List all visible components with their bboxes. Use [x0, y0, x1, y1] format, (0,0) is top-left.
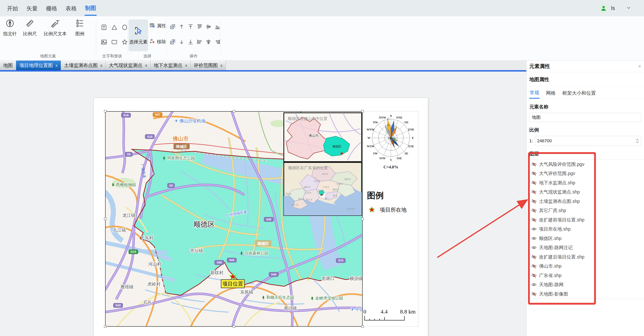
align-bottom-icon[interactable]: [214, 24, 221, 31]
map-element[interactable]: S16547S15S5S5539G15S20539543573S43 ✈ 佛山沙…: [105, 111, 362, 327]
scalebar-element[interactable]: 0 4.4 8.8 km: [362, 308, 420, 323]
triangle-icon[interactable]: [111, 24, 118, 32]
scale-spinner[interactable]: 246700: [535, 136, 641, 146]
chevron-down-icon[interactable]: [626, 5, 631, 11]
align-hcenter-icon[interactable]: [205, 39, 212, 46]
selection-handle[interactable]: [104, 110, 106, 113]
layer-row[interactable]: 其它厂房.shp: [526, 206, 644, 215]
layer-row[interactable]: 天地图-影像图: [526, 289, 644, 299]
layer-row[interactable]: 改扩建前项目位置.shp: [526, 215, 644, 225]
tab-地图[interactable]: 地图: [0, 61, 16, 70]
eye-visible-icon[interactable]: [531, 245, 537, 250]
remove-button[interactable]: 移除: [149, 38, 166, 45]
menu-item-制图[interactable]: 制图: [85, 1, 96, 16]
selection-handle[interactable]: [232, 110, 235, 113]
tab-大气现状监测点[interactable]: 大气现状监测点x: [106, 61, 150, 70]
eye-hidden-icon[interactable]: [531, 199, 537, 204]
layer-row[interactable]: 天地图-路网注记: [526, 243, 644, 252]
align-top-icon[interactable]: [196, 24, 203, 31]
star-icon[interactable]: [121, 39, 128, 47]
selection-handle[interactable]: [104, 325, 106, 328]
panel-tab-框架大小和位置[interactable]: 框架大小和位置: [562, 87, 596, 98]
eye-hidden-icon[interactable]: [531, 162, 537, 167]
fit-extent-icon[interactable]: [170, 24, 176, 31]
panel-tab-网格[interactable]: 网格: [546, 87, 556, 98]
tab-土壤监测布点图[interactable]: 土壤监测布点图x: [61, 61, 106, 70]
tab-close-icon[interactable]: x: [220, 63, 222, 68]
tab-close-icon[interactable]: x: [185, 63, 187, 68]
user-account[interactable]: ls: [599, 0, 632, 16]
tab-评价范围图[interactable]: 评价范围图x: [190, 61, 226, 70]
move-up-icon[interactable]: [178, 24, 185, 31]
tab-close-icon[interactable]: x: [100, 63, 102, 68]
svg-text:NNW: NNW: [379, 116, 386, 119]
align-right-icon[interactable]: [214, 39, 221, 46]
layer-row[interactable]: 佛山市.shp: [526, 262, 644, 271]
selection-handle[interactable]: [361, 218, 364, 220]
menu-item-栅格[interactable]: 栅格: [46, 1, 58, 15]
eye-hidden-icon[interactable]: [531, 189, 537, 195]
attributes-button[interactable]: 属性: [149, 22, 166, 29]
eye-hidden-icon[interactable]: [531, 273, 537, 278]
layer-row[interactable]: 大气评价范围.pgv: [526, 169, 644, 178]
move-top-icon[interactable]: [188, 24, 194, 31]
align-left-icon[interactable]: [196, 39, 203, 46]
eye-hidden-icon[interactable]: [531, 291, 537, 297]
close-icon[interactable]: ×: [638, 63, 641, 69]
expand-extent-icon[interactable]: [170, 39, 176, 46]
panel-tab-常规[interactable]: 常规: [529, 87, 540, 99]
tool-指北针[interactable]: 指北针: [0, 19, 20, 37]
menu-item-开始[interactable]: 开始: [6, 1, 18, 15]
rectangle-icon[interactable]: [111, 39, 118, 47]
selection-handle[interactable]: [104, 218, 106, 220]
text-icon[interactable]: [100, 24, 108, 32]
eye-hidden-icon[interactable]: [531, 217, 537, 223]
layer-row[interactable]: 天地图-路网: [526, 280, 644, 289]
legend-element[interactable]: 图例 项目所在地: [367, 190, 407, 213]
tool-比例尺文本[interactable]: 比例尺文本: [40, 19, 71, 37]
eye-visible-icon[interactable]: [531, 226, 537, 232]
layer-row[interactable]: 大气风险评价范围.pgv: [526, 160, 644, 169]
scalebar-icon: [25, 19, 34, 29]
layer-row[interactable]: 顺德区.shp: [526, 234, 644, 243]
select-element-button[interactable]: 选择元素: [129, 19, 148, 51]
eye-visible-icon[interactable]: [531, 236, 537, 241]
layer-row[interactable]: 广东省.shp: [526, 271, 644, 280]
element-name-input[interactable]: [529, 113, 642, 122]
eye-hidden-icon[interactable]: [531, 171, 537, 176]
eye-hidden-icon[interactable]: [531, 254, 537, 260]
tab-项目地理位置图[interactable]: 项目地理位置图x: [16, 61, 61, 70]
spinner-up-icon[interactable]: [636, 139, 639, 141]
layout-canvas[interactable]: S16547S15S5S5539G15S20539543573S43 ✈ 佛山沙…: [0, 72, 526, 336]
tab-地下水监测点[interactable]: 地下水监测点x: [150, 61, 190, 70]
layout-page[interactable]: S16547S15S5S5539G15S20539543573S43 ✈ 佛山沙…: [94, 98, 428, 336]
tab-close-icon[interactable]: x: [145, 63, 147, 68]
spinner-buttons[interactable]: [636, 139, 639, 143]
eye-hidden-icon[interactable]: [531, 263, 537, 269]
eye-hidden-icon[interactable]: [531, 180, 537, 186]
eye-hidden-icon[interactable]: [531, 208, 537, 213]
tab-close-icon[interactable]: x: [56, 63, 58, 68]
layer-row[interactable]: 土壤监测布点图.shp: [526, 197, 644, 206]
menu-item-矢量[interactable]: 矢量: [26, 1, 38, 15]
layer-row[interactable]: 改扩建后项目位置.shp: [526, 252, 644, 262]
move-bottom-icon[interactable]: [188, 39, 194, 46]
layer-row[interactable]: 项目所在地.shp: [526, 225, 644, 234]
image-icon[interactable]: [100, 39, 108, 47]
road-shield-S5: S5: [168, 183, 175, 188]
wind-rose-chart[interactable]: NNNENEENEEESESESSESSSWSWWSWWWNWNWNNW0510…: [364, 112, 418, 171]
menu-item-表格[interactable]: 表格: [65, 1, 77, 15]
selection-handle[interactable]: [361, 110, 364, 113]
map-label: 东凤镇: [240, 289, 253, 294]
selection-handle[interactable]: [232, 325, 235, 328]
selection-handle[interactable]: [361, 325, 364, 328]
eye-visible-icon[interactable]: [531, 282, 537, 287]
align-vcenter-icon[interactable]: [205, 24, 212, 31]
tool-图例[interactable]: 图例: [71, 19, 89, 37]
ellipse-icon[interactable]: [121, 24, 128, 32]
move-down-icon[interactable]: [178, 39, 185, 46]
layer-row[interactable]: 地下水监测点.shp: [526, 178, 644, 188]
spinner-down-icon[interactable]: [636, 141, 639, 143]
tool-比例尺[interactable]: 比例尺: [20, 19, 40, 37]
layer-row[interactable]: 大气现状监测点.shp: [526, 188, 644, 197]
